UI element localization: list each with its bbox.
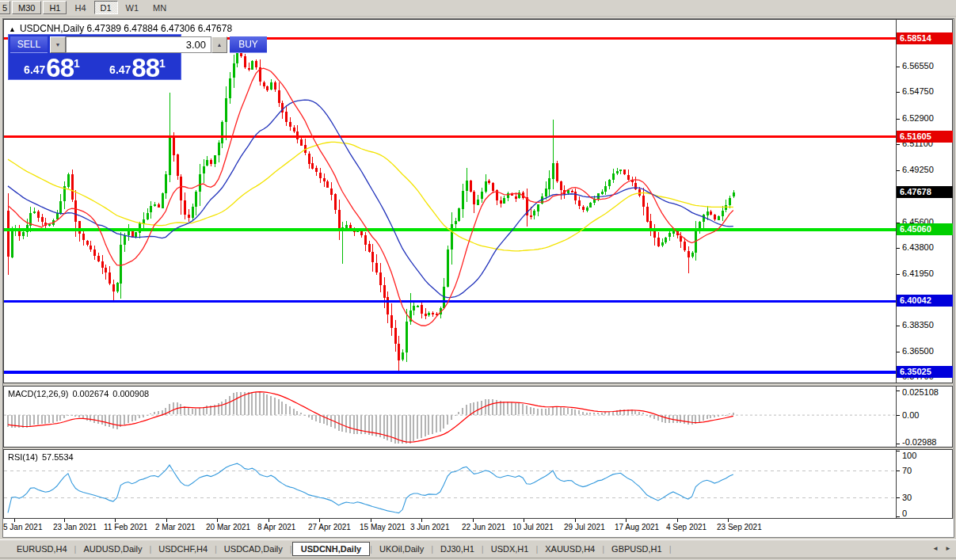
macd-label: MACD(12,26,9)0.0026740.000908 [8,389,153,398]
price-axis-label: 6.41950 [902,269,934,278]
macd-pane: MACD(12,26,9)0.0026740.000908 0.0251080.… [3,386,953,448]
timeframe-button-H4[interactable]: H4 [68,1,92,14]
rsi-axis-label: 100 [902,451,916,460]
timeframe-button-D1[interactable]: D1 [94,1,118,14]
rsi-axis-tick [897,451,900,451]
price-axis-label: 6.52900 [902,113,934,123]
buy-button[interactable]: BUY [230,36,267,53]
date-axis-tick [371,519,371,522]
price-axis-divider [896,20,897,383]
rsi-axis-tick [897,516,900,517]
volume-increase-button[interactable]: ▲ [211,36,227,53]
timeframe-button-H1[interactable]: H1 [43,1,67,14]
tabs-scroll-right-icon[interactable]: ► [945,545,951,552]
date-axis-label: 20 Mar 2021 [206,523,250,531]
timeframe-button-W1[interactable]: W1 [120,1,146,14]
tab-usdchf-h4[interactable]: USDCHF,H4 [151,542,215,556]
tab-audusd-daily[interactable]: AUDUSD,Daily [76,542,149,556]
chart-tab-bar: ◄ ► EURUSD,H4|AUDUSD,Daily|USDCHF,H4|USD… [0,539,956,557]
date-axis-label: 11 Feb 2021 [104,523,147,531]
date-axis-tick [626,519,627,522]
price-axis-tick [897,326,900,326]
price-axis-tick [897,274,900,275]
date-axis-label: 22 Jun 2021 [462,523,505,531]
sell-button[interactable]: SELL [10,36,48,53]
timeframe-button-MN[interactable]: MN [147,1,173,14]
current-price-badge: 6.47678 [897,186,953,198]
price-line-badge: 6.40042 [897,295,953,307]
one-click-collapse-icon[interactable]: ▲ [9,25,16,33]
one-click-trading-panel: SELL ▼ ▲ BUY 6.47681 6.47881 [8,34,181,80]
price-axis-label: 6.43800 [902,242,934,252]
rsi-axis-tick [897,497,900,498]
price-axis-tick [897,170,900,171]
price-pane: ▲USDCNH,Daily 6.47389 6.47884 6.47306 6.… [3,19,953,383]
price-axis-label: 6.54750 [902,86,934,96]
date-axis-label: 3 Jun 2021 [410,523,450,531]
tab-usdx-h1[interactable]: USDX,H1 [484,542,536,556]
sell-price[interactable]: 6.47681 [10,54,93,80]
price-axis-tick [897,92,900,93]
date-axis-tick [115,519,116,522]
tab-dj30-h1[interactable]: DJ30,H1 [433,542,482,556]
macd-axis-tick [897,390,900,391]
tab-separator: | [669,544,672,554]
price-axis-label: 6.36500 [902,346,934,356]
volume-control: ▼ ▲ [50,36,227,53]
date-axis-tick [64,519,65,522]
price-line-badge: 6.51605 [897,131,953,143]
date-axis-tick [421,519,422,522]
chart-title-quotes: 6.47389 6.47884 6.47306 6.47678 [87,23,233,34]
rsi-axis-tick [897,470,900,471]
date-axis-label: 27 Apr 2021 [308,523,351,531]
price-axis-label: 6.38350 [902,320,934,330]
tab-usdcnh-daily[interactable]: USDCNH,Daily [292,542,370,556]
tab-gbpusd-h1[interactable]: GBPUSD,H1 [604,542,669,556]
macd-axis-tick [897,444,900,444]
rsi-label: RSI(14)57.5534 [8,452,78,462]
date-axis-tick [269,519,269,522]
date-axis-label: 29 Jul 2021 [564,523,605,531]
timeframe-toolbar: 5M30H1H4D1W1MN [0,0,956,17]
date-axis-label: 23 Jan 2021 [53,523,97,531]
date-axis-tick [524,519,524,522]
date-axis-tick [319,519,320,522]
price-axis-tick [897,144,900,145]
price-axis-label: 6.56550 [902,61,934,70]
date-axis-label: 23 Sep 2021 [717,523,762,531]
mt4-terminal: { "toolbar": { "timeframes": [ {"label":… [0,0,956,560]
tab-usdcad-daily[interactable]: USDCAD,Daily [217,542,290,556]
rsi-axis-divider [896,450,897,518]
macd-axis-label: 0.025108 [902,387,939,397]
tabs-scroll-left-icon[interactable]: ◄ [932,545,939,552]
price-line-badge: 6.45060 [897,223,953,235]
date-axis-tick [217,519,218,522]
price-line-badge: 6.58514 [897,32,953,44]
date-axis-tick [166,519,167,522]
macd-axis-label: 0.00 [902,410,919,420]
rsi-axis-label: 70 [902,466,912,475]
date-axis[interactable]: 5 Jan 202123 Jan 202111 Feb 20212 Mar 20… [3,519,954,537]
rsi-pane: RSI(14)57.5534 10070300 [3,449,953,519]
chart-title: ▲USDCNH,Daily 6.47389 6.47884 6.47306 6.… [9,23,232,34]
price-axis-tick [897,119,900,120]
rsi-canvas[interactable] [4,450,896,518]
date-axis-label: 17 Aug 2021 [615,523,659,531]
timeframe-button-M30[interactable]: M30 [12,1,41,14]
volume-decrease-button[interactable]: ▼ [50,36,66,53]
date-axis-label: 4 Sep 2021 [666,523,707,531]
volume-input[interactable] [66,36,211,53]
price-axis-tick [897,67,900,67]
timeframe-button-5[interactable]: 5 [0,1,10,14]
buy-price[interactable]: 6.47881 [96,54,179,80]
date-axis-label: 2 Mar 2021 [155,523,196,531]
date-axis-label: 5 Jan 2021 [3,523,43,531]
tab-ukoil-daily[interactable]: UKOil,Daily [372,542,431,556]
tab-eurusd-h4[interactable]: EURUSD,H4 [10,542,74,556]
chart-window: ▲USDCNH,Daily 6.47389 6.47884 6.47306 6.… [2,18,954,538]
chart-title-symbol: USDCNH,Daily [20,23,84,34]
date-axis-tick [575,519,576,522]
rsi-axis-label: 30 [902,493,912,502]
date-axis-tick [677,519,678,522]
tab-xauusd-h4[interactable]: XAUUSD,H4 [538,542,602,556]
